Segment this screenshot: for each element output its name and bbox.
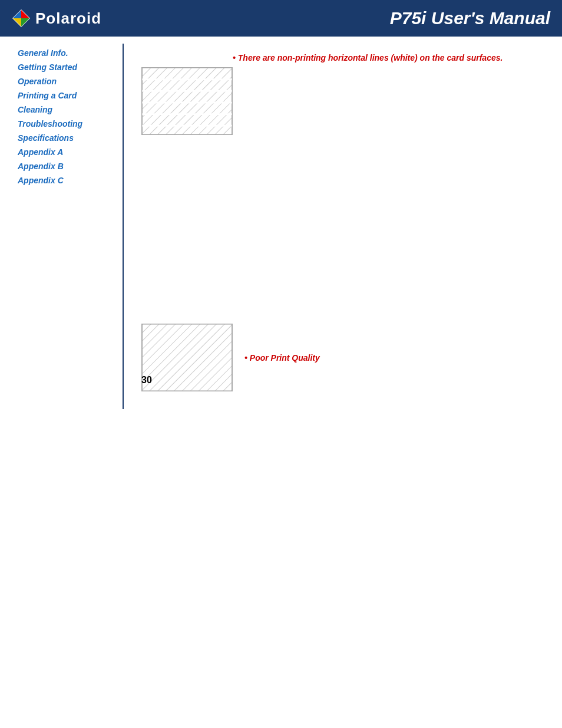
bullet-text-1: • There are non-printing horizontal line… — [233, 53, 503, 62]
header: Polaroid P75i User's Manual — [0, 0, 562, 37]
svg-marker-4 — [13, 18, 21, 27]
second-section: • Poor Print Quality — [141, 324, 544, 391]
sidebar: General Info. Getting Started Operation … — [0, 44, 124, 409]
top-text: • There are non-printing horizontal line… — [233, 50, 544, 63]
sidebar-item-appendix-c[interactable]: Appendix C — [18, 176, 123, 185]
sidebar-item-operation[interactable]: Operation — [18, 77, 123, 86]
logo-area: Polaroid — [12, 9, 101, 28]
card-image-2 — [141, 324, 233, 391]
sidebar-item-cleaning[interactable]: Cleaning — [18, 105, 123, 114]
top-section: • There are non-printing horizontal line… — [141, 50, 544, 135]
polaroid-logo-icon — [12, 9, 31, 28]
svg-rect-7 — [142, 68, 232, 134]
main-layout: General Info. Getting Started Operation … — [0, 37, 562, 409]
sidebar-item-appendix-b[interactable]: Appendix B — [18, 162, 123, 171]
sidebar-item-specifications[interactable]: Specifications — [18, 133, 123, 143]
sidebar-item-appendix-a[interactable]: Appendix A — [18, 147, 123, 157]
svg-marker-2 — [13, 10, 21, 18]
sidebar-item-printing-a-card[interactable]: Printing a Card — [18, 91, 123, 100]
content-area: • There are non-printing horizontal line… — [124, 44, 562, 409]
sidebar-item-troubleshooting[interactable]: Troubleshooting — [18, 119, 123, 129]
bullet-text-2: • Poor Print Quality — [244, 353, 320, 363]
sidebar-item-getting-started[interactable]: Getting Started — [18, 62, 123, 72]
svg-rect-15 — [142, 324, 232, 391]
page-number: 30 — [141, 375, 152, 386]
svg-marker-3 — [21, 18, 29, 27]
sidebar-item-general-info[interactable]: General Info. — [18, 48, 123, 58]
card-image-1 — [141, 67, 233, 135]
manual-title: P75i User's Manual — [390, 8, 550, 28]
logo-text: Polaroid — [35, 9, 101, 28]
